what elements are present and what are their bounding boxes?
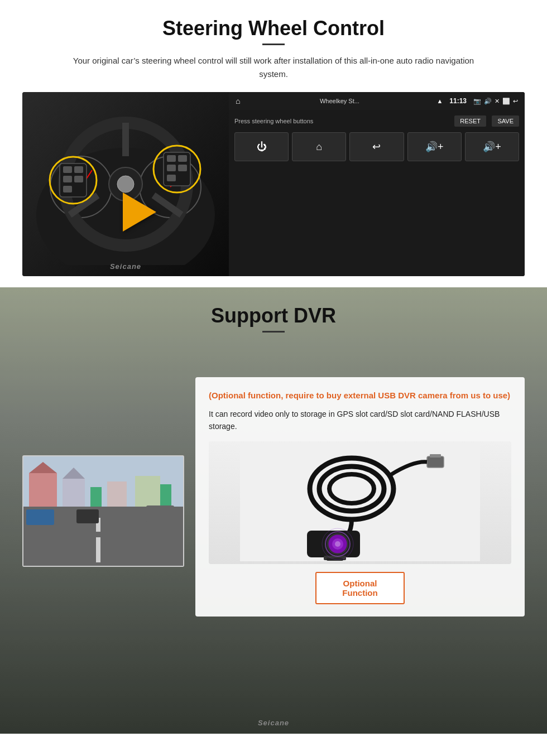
swc-instruction: Press steering wheel buttons: [234, 118, 313, 124]
svg-rect-46: [430, 454, 441, 458]
thumb-road: [23, 456, 183, 566]
svg-rect-15: [74, 176, 83, 182]
svg-rect-21: [178, 165, 187, 171]
dvr-info-panel: (Optional function, require to buy exter…: [195, 377, 525, 617]
svg-rect-16: [63, 186, 72, 192]
volume-icon: 🔊: [484, 98, 492, 105]
steering-wheel-area: [22, 92, 229, 276]
svg-rect-38: [76, 509, 99, 523]
svg-rect-32: [90, 487, 102, 507]
dvr-description: It can record video only to storage in G…: [209, 408, 511, 433]
back-icon: ↩: [513, 98, 518, 105]
steering-composite-image: Seicane ⌂ Wheelkey St... ▲ 11:13 📷 🔊 ✕ ⬜…: [22, 92, 525, 276]
svg-point-10: [117, 176, 134, 192]
svg-rect-37: [96, 551, 100, 562]
swc-controls-grid: ⏻ ⌂ ↩ 🔊+ 🔊+: [234, 132, 519, 161]
steering-section: Steering Wheel Control Your original car…: [0, 0, 547, 287]
svg-rect-40: [26, 509, 54, 525]
svg-rect-31: [135, 476, 160, 507]
steering-wheel-svg: [36, 103, 215, 265]
dvr-camera-image: [209, 441, 511, 564]
svg-rect-45: [427, 456, 444, 468]
dvr-road-svg: [23, 456, 184, 567]
svg-rect-39: [146, 505, 174, 522]
svg-rect-14: [63, 176, 72, 182]
svg-rect-36: [96, 537, 100, 551]
statusbar-icons: 📷 🔊 ✕ ⬜ ↩: [473, 98, 518, 105]
save-button[interactable]: SAVE: [492, 115, 519, 127]
dvr-camera-svg: [240, 444, 480, 561]
camera-icon: 📷: [473, 98, 481, 105]
swc-power-btn[interactable]: ⏻: [234, 132, 289, 161]
svg-rect-13: [74, 166, 83, 173]
swc-panel: Press steering wheel buttons RESET SAVE …: [229, 110, 525, 276]
svg-rect-12: [63, 166, 72, 173]
svg-rect-28: [63, 479, 85, 507]
seicane-watermark-steering: Seicane: [110, 262, 141, 271]
steering-title-underline: [262, 44, 285, 45]
window-icon: ⬜: [502, 98, 510, 105]
dvr-title: Support DVR: [22, 304, 525, 328]
statusbar-time: 11:13: [449, 97, 467, 105]
statusbar-title: Wheelkey St...: [246, 98, 433, 104]
wifi-icon: ▲: [436, 98, 443, 104]
swc-vol-up-btn[interactable]: 🔊+: [407, 132, 462, 161]
arrow-right-icon: [123, 192, 156, 232]
svg-point-50: [335, 541, 340, 547]
swc-vol-down-btn[interactable]: 🔊+: [465, 132, 519, 161]
optional-function-button[interactable]: Optional Function: [315, 572, 405, 604]
svg-rect-20: [167, 165, 176, 171]
swc-action-buttons: RESET SAVE: [451, 115, 519, 127]
seicane-watermark-dvr: Seicane: [258, 719, 289, 727]
svg-rect-19: [178, 155, 187, 162]
swc-back-btn[interactable]: ↩: [349, 132, 404, 161]
svg-rect-22: [167, 175, 176, 181]
svg-rect-33: [160, 484, 171, 507]
dvr-thumbnail: [22, 455, 184, 567]
swc-home-btn[interactable]: ⌂: [292, 132, 346, 161]
android-statusbar: ⌂ Wheelkey St... ▲ 11:13 📷 🔊 ✕ ⬜ ↩: [229, 92, 525, 110]
svg-rect-18: [167, 155, 176, 162]
dvr-layout: (Optional function, require to buy exter…: [0, 366, 547, 617]
close-icon: ✕: [495, 98, 500, 105]
dvr-section: Support DVR: [0, 287, 547, 734]
dvr-optional-text: (Optional function, require to buy exter…: [209, 389, 511, 402]
dvr-content: Support DVR: [0, 287, 547, 355]
home-icon: ⌂: [236, 97, 240, 105]
svg-rect-26: [29, 473, 57, 507]
steering-photo: Seicane: [22, 92, 229, 276]
reset-button[interactable]: RESET: [454, 115, 486, 127]
svg-rect-30: [107, 481, 127, 507]
dvr-title-underline: [262, 331, 285, 333]
android-screen: ⌂ Wheelkey St... ▲ 11:13 📷 🔊 ✕ ⬜ ↩ Press…: [229, 92, 525, 276]
steering-description: Your original car’s steering wheel contr…: [73, 54, 474, 81]
steering-title: Steering Wheel Control: [22, 17, 525, 40]
swc-header: Press steering wheel buttons RESET SAVE: [234, 115, 519, 127]
